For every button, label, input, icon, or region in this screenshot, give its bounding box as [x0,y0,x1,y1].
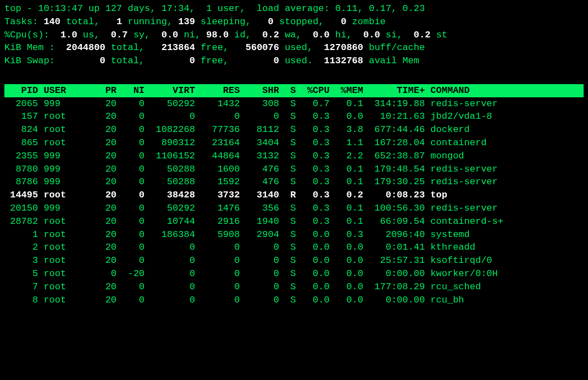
process-row[interactable]: 20150 999 20 0 50292 1476 356 S 0.3 0.1 … [4,202,584,215]
process-row[interactable]: 1 root 20 0 186384 5908 2904 S 0.0 0.3 2… [4,228,584,241]
tasks-stopped: 0 [268,16,274,27]
process-row[interactable]: 157 root 20 0 0 0 0 S 0.3 0.0 10:21.63 j… [4,110,584,123]
process-row[interactable]: 824 root 20 0 1082268 77736 8112 S 0.3 3… [4,123,584,136]
swap-avail: 1132768 [324,56,363,66]
tasks-total: 140 [43,16,60,27]
mem-line: KiB Mem : 2044800 total, 213864 free, 56… [4,41,584,54]
cpu-wa: 0.2 [262,30,279,40]
tasks-sleeping: 139 [178,16,195,27]
process-row[interactable]: 2 root 20 0 0 0 0 S 0.0 0.0 0:01.41 kthr… [4,241,584,254]
process-row[interactable]: 2355 999 20 0 1106152 44864 3132 S 0.3 2… [4,150,584,163]
tasks-running: 1 [117,16,122,27]
process-row[interactable]: 2065 999 20 0 50292 1432 308 S 0.7 0.1 3… [4,97,584,111]
swap-line: KiB Swap: 0 total, 0 free, 0 used. 11327… [4,54,584,68]
tasks-line: Tasks: 140 total, 1 running, 139 sleepin… [4,15,584,29]
cpu-st: 0.2 [414,30,431,40]
cpu-sy: 0.7 [111,30,128,40]
process-row[interactable]: 8786 999 20 0 50288 1592 476 S 0.3 0.1 1… [4,175,584,189]
process-row[interactable]: 7 root 20 0 0 0 0 S 0.0 0.0 177:08.29 rc… [4,280,584,294]
process-list[interactable]: 2065 999 20 0 50292 1432 308 S 0.7 0.1 3… [4,97,584,307]
cpu-id: 98.0 [206,30,229,40]
mem-buff: 1270860 [324,42,363,53]
swap-total: 0 [99,56,105,66]
process-row[interactable]: 14495 root 20 0 38428 3732 3140 R 0.3 0.… [4,189,584,202]
process-row[interactable]: 28782 root 20 0 10744 2916 1940 S 0.3 0.… [4,215,584,228]
cpu-ni: 0.0 [162,30,179,40]
process-row[interactable]: 8 root 20 0 0 0 0 S 0.0 0.0 0:00.00 rcu_… [4,294,584,307]
tasks-zombie: 0 [341,16,346,27]
column-header: PID USER PR NI VIRT RES SHR S %CPU %MEM … [4,84,584,97]
process-row[interactable]: 3 root 20 0 0 0 0 S 0.0 0.0 25:57.31 kso… [4,254,584,267]
mem-free: 213864 [162,42,195,53]
process-row[interactable]: 5 root 0 -20 0 0 0 S 0.0 0.0 0:00.00 kwo… [4,267,584,280]
swap-used: 0 [274,56,279,66]
mem-used: 560076 [246,42,279,53]
cpu-si: 0.0 [363,30,380,40]
mem-total: 2044800 [66,42,105,53]
process-row[interactable]: 865 root 20 0 890312 23164 3404 S 0.3 1.… [4,136,584,150]
cpu-hi: 0.0 [313,30,330,40]
uptime-line: top - 10:13:47 up 127 days, 17:34, 1 use… [4,2,584,15]
process-row[interactable]: 8780 999 20 0 50288 1600 476 S 0.3 0.1 1… [4,163,584,176]
cpu-us: 1.0 [60,30,77,40]
cpu-line: %Cpu(s): 1.0 us, 0.7 sy, 0.0 ni, 98.0 id… [4,29,584,42]
swap-free: 0 [190,56,195,66]
